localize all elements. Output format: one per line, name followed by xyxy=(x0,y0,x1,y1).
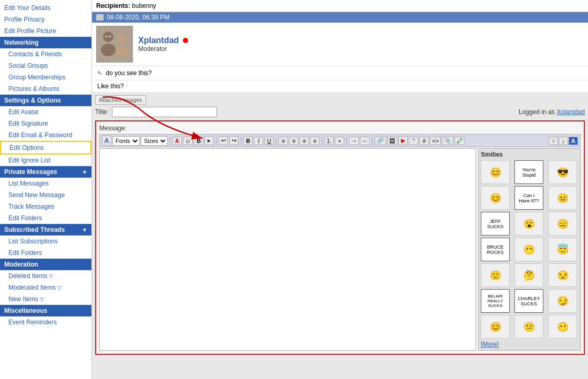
sidebar-item-profile-privacy[interactable]: Profile Privacy xyxy=(0,14,91,25)
sidebar-item-edit-email-password[interactable]: Edit Email & Password xyxy=(0,129,91,141)
img-btn[interactable]: 🖼 xyxy=(387,137,397,145)
smilies-more-link[interactable]: [More] xyxy=(481,341,578,348)
sidebar-item-edit-ignore-list[interactable]: Edit Ignore List xyxy=(0,155,91,166)
size-select[interactable]: Sizes xyxy=(141,136,168,146)
sidebar-item-deleted-items[interactable]: Deleted Items ▽ xyxy=(0,270,91,282)
user-details: Xplantdad Moderator xyxy=(138,36,188,53)
sidebar: Edit Your Details Profile Privacy Edit P… xyxy=(0,0,92,379)
sidebar-item-edit-folders-sub[interactable]: Edit Folders xyxy=(0,247,91,259)
sidebar-item-contacts-friends[interactable]: Contacts & Friends xyxy=(0,48,91,60)
resize-down-btn[interactable]: ↓ xyxy=(559,137,568,145)
smiley-20[interactable]: 😕 xyxy=(514,315,543,339)
logged-in-user-link[interactable]: Xplantdad xyxy=(556,108,585,116)
subscribed-expand-arrow: ▼ xyxy=(82,227,87,233)
title-row: Title: Logged in as Xplantdad xyxy=(95,107,585,117)
font-icon-btn[interactable]: A xyxy=(102,136,111,146)
svg-rect-6 xyxy=(109,36,111,37)
align-left-btn[interactable]: ≡ xyxy=(278,137,288,145)
smiley-sign-3[interactable]: JEFFSUCKS xyxy=(481,212,510,235)
undo-btn[interactable]: ↩ xyxy=(219,136,228,145)
logged-in-text: Logged in as Xplantdad xyxy=(519,108,585,116)
underline-btn[interactable]: U xyxy=(264,137,274,145)
smiley-8[interactable]: 😮 xyxy=(514,212,543,235)
smiley-15[interactable]: 😒 xyxy=(548,263,577,287)
sidebar-item-edit-signature[interactable]: Edit Signature xyxy=(0,118,91,129)
video-btn[interactable]: ▶ xyxy=(398,136,408,145)
message-editor[interactable] xyxy=(99,148,476,351)
sidebar-item-edit-your-details[interactable]: Edit Your Details xyxy=(0,2,91,14)
editor-smilies-area: Smilies 😊 You'reStupid 😎 😊 Can IHave It?… xyxy=(99,148,581,351)
font-select[interactable]: Fonts xyxy=(112,136,140,146)
sidebar-item-edit-profile-picture[interactable]: Edit Profile Picture xyxy=(0,25,91,37)
smiley-13[interactable]: 🙂 xyxy=(481,263,510,287)
sidebar-item-social-groups[interactable]: Social Groups xyxy=(0,60,91,71)
message-label: Message: xyxy=(99,125,581,132)
smiley-sign-4[interactable]: BRUCEROCKS xyxy=(481,238,510,261)
user-role: Moderator xyxy=(138,45,188,53)
sidebar-item-new-items[interactable]: New Items ▽ xyxy=(0,293,91,305)
bold-btn[interactable]: B xyxy=(194,137,203,145)
smiley-sign-1[interactable]: You'reStupid xyxy=(514,160,543,184)
smiley-sign-2[interactable]: Can IHave It?? xyxy=(514,186,543,210)
smiley-sign-5[interactable]: BELAIRREALLY SUCKS xyxy=(481,289,510,313)
smiley-9[interactable]: 😑 xyxy=(548,212,577,235)
sep5 xyxy=(322,137,322,145)
sidebar-item-edit-avatar[interactable]: Edit Avatar xyxy=(0,106,91,118)
message-date: 08-08-2020, 06:39 PM xyxy=(107,14,169,21)
link-btn[interactable]: 🔗 xyxy=(375,136,386,145)
fullscreen-btn[interactable]: A xyxy=(569,137,578,145)
title-input[interactable] xyxy=(112,107,217,117)
sidebar-item-send-new-message[interactable]: Send New Message xyxy=(0,189,91,201)
sep4 xyxy=(276,137,276,145)
font-color-btn[interactable]: A xyxy=(172,137,182,145)
sidebar-item-group-memberships[interactable]: Group Memberships xyxy=(0,71,91,83)
smiley-21[interactable]: 😶 xyxy=(548,315,577,339)
sidebar-item-list-subscriptions[interactable]: List Subscriptions xyxy=(0,235,91,247)
sidebar-item-edit-folders[interactable]: Edit Folders xyxy=(0,212,91,224)
align-right-btn[interactable]: ≡ xyxy=(300,137,309,145)
like-text: Like this? xyxy=(92,80,588,92)
italic-btn[interactable]: I xyxy=(254,137,263,145)
resize-up-btn[interactable]: ↑ xyxy=(549,137,558,145)
quote-btn[interactable]: " xyxy=(409,137,418,145)
sidebar-item-moderated-items[interactable]: Moderated Items ▽ xyxy=(0,282,91,293)
sidebar-section-subscribed: Subscribed Threads ▼ xyxy=(0,224,91,235)
align-justify-btn[interactable]: ≡ xyxy=(310,137,319,145)
indent-btn[interactable]: → xyxy=(349,137,359,145)
compose-outer: Attached Images Title: Logged in as Xpla… xyxy=(92,92,588,379)
smiley-12[interactable]: 😇 xyxy=(548,238,577,261)
smiley-4[interactable]: 😊 xyxy=(481,186,510,210)
more-btn[interactable]: ▸ xyxy=(204,136,214,145)
erase-btn[interactable]: 🖍 xyxy=(455,137,465,145)
code-btn[interactable]: <> xyxy=(430,137,441,145)
sidebar-item-track-messages[interactable]: Track Messages xyxy=(0,201,91,212)
main-content: Recipients: bubenny 08-08-2020, 06:39 PM xyxy=(92,0,588,379)
smiley-sign-6[interactable]: CHARLEYSUCKS xyxy=(514,289,543,313)
sidebar-item-event-reminders[interactable]: Event Reminders xyxy=(0,316,91,328)
bold-text-btn[interactable]: B xyxy=(243,137,253,145)
smiley-14[interactable]: 🤔 xyxy=(514,263,543,287)
smiley-19[interactable]: 😊 xyxy=(481,315,510,339)
ol-btn[interactable]: 1. xyxy=(324,137,334,145)
sidebar-section-settings: Settings & Options xyxy=(0,95,91,106)
redo-btn[interactable]: ↪ xyxy=(229,136,239,145)
smiley-11[interactable]: 😶 xyxy=(514,238,543,261)
smiley-3[interactable]: 😎 xyxy=(548,160,577,184)
sep2 xyxy=(216,137,216,145)
attach-btn[interactable]: 📎 xyxy=(442,136,453,145)
align-center-btn[interactable]: ≡ xyxy=(289,137,298,145)
sidebar-item-list-messages[interactable]: List Messages xyxy=(0,178,91,189)
smiley-6[interactable]: 😐 xyxy=(548,186,577,210)
avatar-image xyxy=(97,26,132,62)
outdent-btn[interactable]: ← xyxy=(360,137,370,145)
sidebar-section-moderation: Moderation xyxy=(0,259,91,270)
smiley-btn[interactable]: ☺ xyxy=(183,137,193,145)
sidebar-item-edit-options[interactable]: Edit Options xyxy=(0,141,91,155)
username-link[interactable]: Xplantdad xyxy=(138,36,179,45)
hash-btn[interactable]: # xyxy=(419,137,429,145)
sidebar-item-pictures-albums[interactable]: Pictures & Albums xyxy=(0,83,91,95)
compose-box: Message: A Fonts Sizes A ☺ B ▸ xyxy=(95,120,585,355)
smiley-18[interactable]: 😏 xyxy=(548,289,577,313)
ul-btn[interactable]: • xyxy=(335,137,344,145)
smiley-1[interactable]: 😊 xyxy=(481,160,510,184)
